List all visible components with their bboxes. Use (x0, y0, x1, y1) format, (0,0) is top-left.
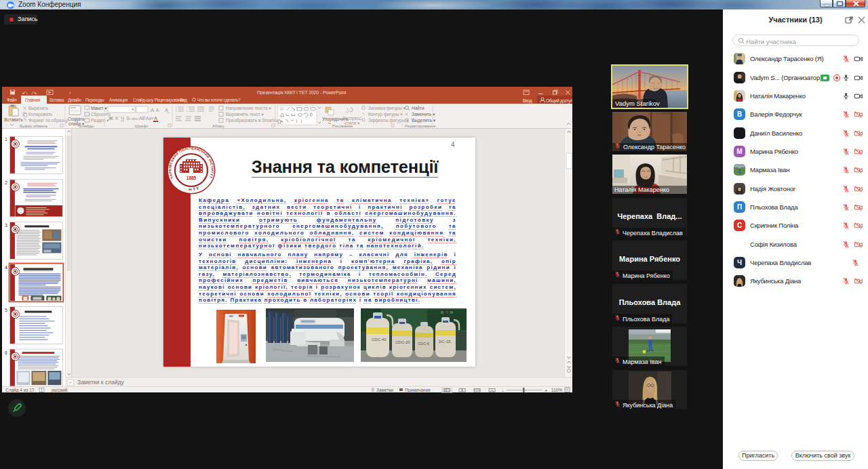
svg-text:2: 2 (5, 180, 7, 185)
svg-text:А: А (154, 115, 157, 121)
svg-text:4: 4 (5, 265, 7, 270)
svg-text:Шрифт: Шрифт (135, 124, 149, 128)
svg-text:Примечания: Примечания (405, 388, 431, 393)
svg-text:5: 5 (5, 308, 7, 312)
svg-text:CDC-20: CDC-20 (395, 340, 410, 344)
svg-text:Заметки: Заметки (376, 388, 393, 392)
svg-text:Анимация: Анимация (109, 98, 128, 103)
svg-text:Вид: Вид (180, 98, 187, 103)
svg-text:Дизайн: Дизайн (68, 98, 81, 103)
svg-text:CDC-40: CDC-40 (372, 338, 387, 342)
svg-text:Макет ▾: Макет ▾ (91, 106, 107, 110)
svg-text:1885: 1885 (186, 176, 197, 180)
svg-text:abc: abc (132, 117, 138, 121)
svg-text:Слайды: Слайды (79, 124, 94, 128)
svg-text:Эффекты фигуры ▾: Эффекты фигуры ▾ (368, 118, 409, 123)
svg-text:Рисование: Рисование (332, 124, 353, 128)
svg-text:3: 3 (5, 223, 7, 228)
svg-text:А̲: А̲ (165, 107, 170, 113)
svg-text:-: - (502, 388, 504, 394)
svg-text:Вставить: Вставить (4, 117, 23, 122)
svg-text:S̶: S̶ (126, 115, 132, 121)
svg-text:русский: русский (52, 388, 68, 393)
svg-text:Vadym Starikov: Vadym Starikov (615, 100, 660, 107)
svg-text:Буфер обмена: Буфер обмена (20, 124, 47, 128)
svg-text:Преобразовать в SmartArt ▾: Преобразовать в SmartArt ▾ (226, 118, 283, 123)
svg-text:Выделить ▾: Выделить ▾ (412, 118, 436, 123)
svg-text:Файл: Файл (7, 98, 17, 102)
svg-text:К: К (115, 115, 119, 121)
svg-text:А: А (156, 108, 159, 113)
svg-text:Главная: Главная (25, 98, 41, 102)
svg-text:CDC-6: CDC-6 (418, 342, 429, 346)
svg-text:Общий доступ: Общий доступ (546, 98, 572, 104)
svg-text:1: 1 (5, 137, 7, 142)
svg-text:Раздел ▾: Раздел ▾ (91, 118, 109, 123)
svg-text:DC-15: DC-15 (439, 340, 451, 344)
svg-text:Абзац: Абзац (212, 124, 224, 128)
svg-text:Вставка: Вставка (50, 98, 64, 102)
svg-text:+: + (545, 388, 548, 394)
svg-text:Переходы: Переходы (85, 98, 104, 103)
svg-text:А: А (151, 107, 155, 113)
svg-text:Заметки к слайду: Заметки к слайду (77, 379, 125, 386)
svg-text:АВГ: АВГ (229, 315, 234, 318)
svg-text:Найти: Найти (412, 106, 425, 110)
svg-text:6: 6 (5, 350, 7, 355)
svg-text:Вырезать: Вырезать (28, 106, 49, 111)
svg-text:Ж: Ж (108, 115, 113, 121)
svg-text:Выровнять текст ▾: Выровнять текст ▾ (226, 112, 264, 117)
svg-text:Контур фигуры ▾: Контур фигуры ▾ (368, 112, 403, 117)
svg-text:Копировать: Копировать (28, 112, 53, 117)
svg-text:110%: 110% (551, 388, 562, 392)
svg-text:Аа˅: Аа˅ (146, 116, 154, 121)
svg-text:Слайд-шоу: Слайд-шоу (133, 98, 154, 103)
svg-text:Вход: Вход (523, 98, 532, 104)
svg-text:Редактирование: Редактирование (405, 124, 436, 128)
svg-text:Слайд 4 из 17: Слайд 4 из 17 (5, 388, 35, 393)
svg-text:Направление текста ▾: Направление текста ▾ (226, 106, 271, 111)
svg-text:Ч: Ч (121, 115, 124, 121)
svg-text:Формат по образцу: Формат по образцу (28, 118, 68, 123)
svg-text:Что вы хотите сделать?: Что вы хотите сделать? (197, 98, 241, 103)
svg-text:Заменить ▾: Заменить ▾ (412, 112, 435, 117)
svg-text:Заливка фигуры ▾: Заливка фигуры ▾ (368, 106, 406, 111)
